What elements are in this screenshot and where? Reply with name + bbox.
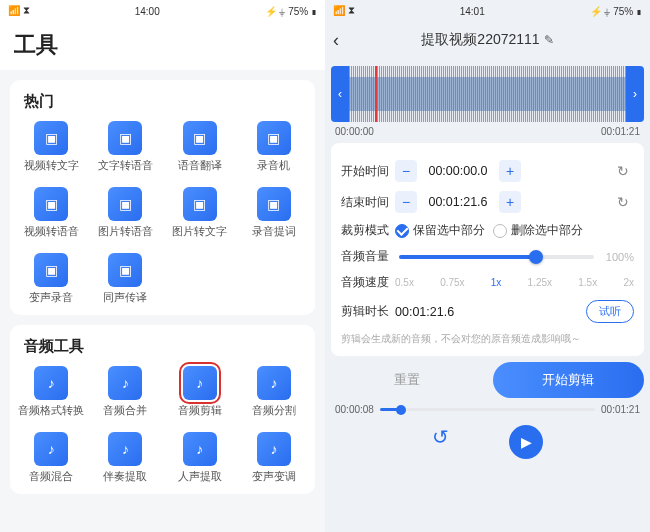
tool-audio-trim[interactable]: ♪音频剪辑 — [163, 362, 237, 422]
playhead[interactable] — [375, 66, 377, 122]
tool-item[interactable]: ♪音频混合 — [14, 428, 88, 488]
settings-panel: 开始时间 − 00:00:00.0 + ↻ 结束时间 − 00:01:21.6 … — [331, 143, 644, 356]
start-time-row: 开始时间 − 00:00:00.0 + ↻ — [341, 160, 634, 182]
tool-label: 变声录音 — [29, 291, 73, 305]
duration-row: 剪辑时长 00:01:21.6 试听 — [341, 300, 634, 323]
start-decrease-button[interactable]: − — [395, 160, 417, 182]
trim-handle-left[interactable]: ‹ — [331, 66, 349, 122]
speed-tick[interactable]: 1x — [491, 277, 502, 288]
tool-item[interactable]: ♪人声提取 — [163, 428, 237, 488]
start-time-label: 开始时间 — [341, 163, 395, 180]
tool-icon: ♪ — [257, 366, 291, 400]
audio-section-title: 音频工具 — [14, 335, 311, 362]
title-text: 提取视频22072111 — [421, 31, 539, 49]
volume-row: 音频音量 100% — [341, 248, 634, 265]
mode-keep-radio[interactable]: 保留选中部分 — [395, 222, 485, 239]
end-time-value: 00:01:21.6 — [417, 195, 499, 209]
speed-slider[interactable]: 0.5x0.75x1x1.25x1.5x2x — [395, 277, 634, 288]
tool-icon: ▣ — [257, 187, 291, 221]
speed-tick[interactable]: 0.5x — [395, 277, 414, 288]
status-signal: 📶 ⧗ — [333, 5, 355, 17]
tool-item[interactable]: ▣图片转语音 — [88, 183, 162, 243]
waveform[interactable]: ‹ › — [331, 66, 644, 122]
audio-section: 音频工具 ♪音频格式转换♪音频合并♪音频剪辑♪音频分割♪音频混合♪伴奏提取♪人声… — [10, 325, 315, 494]
edit-title-icon[interactable]: ✎ — [544, 33, 554, 47]
tool-item[interactable]: ♪变声变调 — [237, 428, 311, 488]
tool-item[interactable]: ▣视频转文字 — [14, 117, 88, 177]
tool-label: 同声传译 — [103, 291, 147, 305]
end-increase-button[interactable]: + — [499, 191, 521, 213]
tool-label: 音频格式转换 — [18, 404, 84, 418]
tool-label: 人声提取 — [178, 470, 222, 484]
tool-label: 音频混合 — [29, 470, 73, 484]
reset-button[interactable]: 重置 — [331, 362, 483, 398]
volume-percent: 100% — [598, 251, 634, 263]
mode-keep-label: 保留选中部分 — [413, 222, 485, 239]
hint-text: 剪辑会生成新的音频，不会对您的原音频造成影响哦～ — [341, 332, 634, 346]
playback-thumb[interactable] — [396, 405, 406, 415]
volume-slider[interactable] — [399, 255, 594, 259]
tool-label: 音频剪辑 — [178, 404, 222, 418]
tool-label: 语音翻译 — [178, 159, 222, 173]
status-time: 14:00 — [135, 6, 160, 17]
volume-label: 音频音量 — [341, 248, 395, 265]
tool-label: 音频分割 — [252, 404, 296, 418]
preview-button[interactable]: 试听 — [586, 300, 634, 323]
tool-item[interactable]: ▣文字转语音 — [88, 117, 162, 177]
tool-item[interactable]: ▣语音翻译 — [163, 117, 237, 177]
status-signal: 📶 ⧗ — [8, 5, 30, 17]
tool-item[interactable]: ♪音频分割 — [237, 362, 311, 422]
tool-icon: ♪ — [34, 366, 68, 400]
tool-icon: ♪ — [34, 432, 68, 466]
tool-icon: ▣ — [108, 253, 142, 287]
tool-item[interactable]: ▣视频转语音 — [14, 183, 88, 243]
tool-icon: ▣ — [108, 121, 142, 155]
hot-section-title: 热门 — [14, 90, 311, 117]
speed-row: 音频速度 0.5x0.75x1x1.25x1.5x2x — [341, 274, 634, 291]
speed-tick[interactable]: 0.75x — [440, 277, 464, 288]
start-increase-button[interactable]: + — [499, 160, 521, 182]
end-decrease-button[interactable]: − — [395, 191, 417, 213]
speed-tick[interactable]: 2x — [623, 277, 634, 288]
rewind-icon[interactable]: ↺ — [432, 425, 449, 459]
status-battery: ⚡ ⏚ 75% ▮ — [265, 6, 317, 17]
tool-icon: ♪ — [108, 432, 142, 466]
tool-label: 视频转文字 — [24, 159, 79, 173]
tool-item[interactable]: ♪音频合并 — [88, 362, 162, 422]
mode-delete-radio[interactable]: 删除选中部分 — [493, 222, 583, 239]
speed-tick[interactable]: 1.5x — [578, 277, 597, 288]
trim-handle-right[interactable]: › — [626, 66, 644, 122]
tool-label: 音频合并 — [103, 404, 147, 418]
tool-item[interactable]: ▣变声录音 — [14, 249, 88, 309]
volume-thumb[interactable] — [529, 250, 543, 264]
tool-item[interactable]: ▣同声传译 — [88, 249, 162, 309]
back-button[interactable]: ‹ — [333, 30, 357, 51]
tool-icon: ▣ — [108, 187, 142, 221]
play-icon[interactable]: ▶ — [509, 425, 543, 459]
hot-section: 热门 ▣视频转文字▣文字转语音▣语音翻译▣录音机▣视频转语音▣图片转语音▣图片转… — [10, 80, 315, 315]
start-reset-button[interactable]: ↻ — [612, 160, 634, 182]
status-battery: ⚡ ⏚ 75% ▮ — [590, 6, 642, 17]
mode-row: 裁剪模式 保留选中部分 删除选中部分 — [341, 222, 634, 239]
mode-label: 裁剪模式 — [341, 222, 395, 239]
playback-slider[interactable] — [380, 408, 595, 411]
end-reset-button[interactable]: ↻ — [612, 191, 634, 213]
tool-icon: ♪ — [257, 432, 291, 466]
tool-item[interactable]: ♪伴奏提取 — [88, 428, 162, 488]
tool-item[interactable]: ▣录音提词 — [237, 183, 311, 243]
playback-total: 00:01:21 — [601, 404, 640, 415]
start-time-value: 00:00:00.0 — [417, 164, 499, 178]
tool-icon: ▣ — [183, 121, 217, 155]
radio-checked-icon — [395, 224, 409, 238]
end-time-label: 结束时间 — [341, 194, 395, 211]
tool-item[interactable]: ♪音频格式转换 — [14, 362, 88, 422]
tool-label: 视频转语音 — [24, 225, 79, 239]
speed-tick[interactable]: 1.25x — [528, 277, 552, 288]
start-trim-button[interactable]: 开始剪辑 — [493, 362, 645, 398]
waveform-body[interactable] — [349, 66, 626, 122]
tool-item[interactable]: ▣录音机 — [237, 117, 311, 177]
tool-item[interactable]: ▣图片转文字 — [163, 183, 237, 243]
mode-delete-label: 删除选中部分 — [511, 222, 583, 239]
waveform-times: 00:00:00 00:01:21 — [335, 126, 640, 137]
screen-title: 提取视频22072111 ✎ — [357, 31, 618, 49]
